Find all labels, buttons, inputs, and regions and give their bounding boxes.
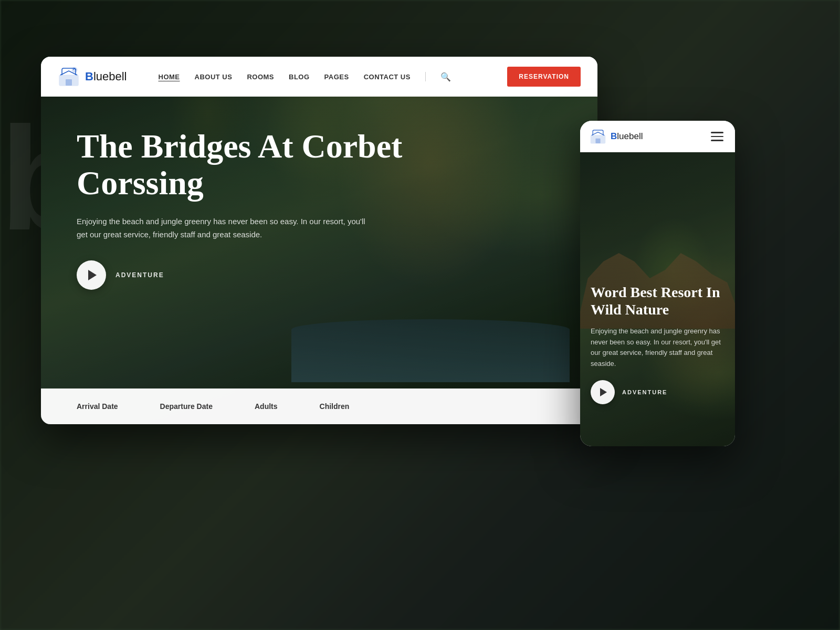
play-icon (88, 270, 97, 280)
children-field[interactable]: Children (320, 402, 350, 411)
mobile-mockup: Bluebell Word Best Resort In Wild Nature… (580, 121, 735, 446)
nav-pages[interactable]: PAGES (324, 73, 349, 81)
nav-home[interactable]: HOME (159, 73, 180, 81)
desktop-mockup: Bluebell HOME ABOUT US ROOMS BLOG PAGES … (41, 57, 597, 424)
mobile-content: Word Best Resort In Wild Nature Enjoying… (591, 284, 724, 404)
nav-separator (425, 72, 426, 81)
booking-bar: Arrival Date Departure Date Adults Child… (41, 388, 597, 424)
desktop-hero: The Bridges At Corbet Corssing Enjoying … (41, 97, 597, 424)
hamburger-line-3 (711, 140, 723, 141)
mobile-hero: Word Best Resort In Wild Nature Enjoying… (580, 152, 735, 446)
nav-rooms[interactable]: ROOMS (247, 73, 274, 81)
mobile-play-button[interactable] (591, 380, 615, 404)
mobile-logo-icon (590, 128, 606, 145)
hamburger-menu[interactable] (709, 130, 726, 143)
hero-subtitle: Enjoying the beach and jungle greenry ha… (77, 215, 371, 242)
desktop-navbar: Bluebell HOME ABOUT US ROOMS BLOG PAGES … (41, 57, 597, 97)
svg-rect-4 (595, 139, 600, 143)
mobile-hero-subtitle: Enjoying the beach and jungle greenry ha… (591, 326, 724, 370)
mobile-play-row: ADVENTURE (591, 380, 724, 404)
arrival-date-field[interactable]: Arrival Date (77, 402, 118, 411)
mobile-adventure-label: ADVENTURE (622, 389, 667, 395)
nav-links: HOME ABOUT US ROOMS BLOG PAGES CONTACT U… (159, 72, 487, 82)
nav-blog[interactable]: BLOG (289, 73, 310, 81)
nav-contact[interactable]: CONTACT US (364, 73, 411, 81)
desktop-logo[interactable]: Bluebell (58, 66, 127, 88)
hamburger-line-2 (711, 136, 723, 138)
nav-about[interactable]: ABOUT US (195, 73, 233, 81)
mobile-navbar: Bluebell (580, 121, 735, 152)
play-button[interactable] (77, 260, 106, 290)
svg-point-2 (72, 67, 77, 72)
mobile-logo-name: Bluebell (611, 131, 643, 142)
hero-title: The Bridges At Corbet Corssing (77, 128, 434, 202)
logo-icon (58, 66, 80, 88)
search-icon[interactable]: 🔍 (440, 72, 451, 82)
pool-reflection (291, 319, 570, 382)
mobile-logo[interactable]: Bluebell (590, 128, 643, 145)
logo-name: Bluebell (85, 70, 127, 83)
mobile-play-icon (600, 388, 607, 396)
departure-date-field[interactable]: Departure Date (160, 402, 213, 411)
hero-content: The Bridges At Corbet Corssing Enjoying … (77, 128, 434, 290)
hamburger-line-1 (711, 132, 723, 133)
svg-rect-1 (66, 79, 72, 86)
adventure-label: ADVENTURE (116, 271, 164, 279)
reservation-button[interactable]: RESERVATION (507, 67, 581, 87)
mobile-hero-title: Word Best Resort In Wild Nature (591, 284, 724, 319)
hero-play-row: ADVENTURE (77, 260, 434, 290)
adults-field[interactable]: Adults (255, 402, 278, 411)
